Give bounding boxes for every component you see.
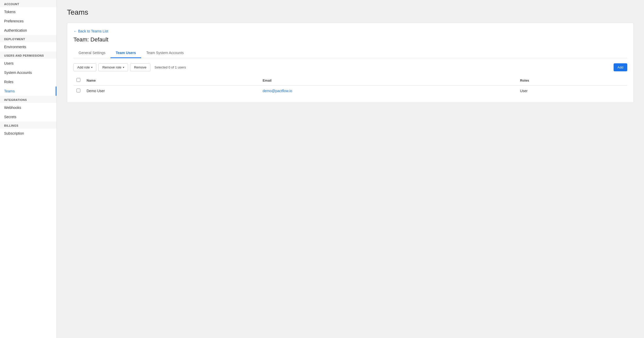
sidebar-item-secrets[interactable]: Secrets	[0, 112, 56, 122]
users-table: Name Email Roles Demo Userdemo@pactflow.…	[73, 75, 627, 96]
roles-column-header: Roles	[517, 75, 627, 85]
sidebar: ACCOUNTTokensPreferencesAuthenticationDE…	[0, 0, 57, 338]
user-roles-cell: User	[517, 85, 627, 97]
sidebar-item-roles[interactable]: Roles	[0, 77, 56, 86]
sidebar-item-system-accounts[interactable]: System Accounts	[0, 68, 56, 77]
selected-count: Selected 0 of 1 users	[155, 65, 186, 69]
sidebar-item-subscription[interactable]: Subscription	[0, 129, 56, 138]
chevron-down-icon-2: ▾	[123, 66, 124, 69]
table-body: Demo Userdemo@pactflow.ioUser	[73, 85, 627, 97]
user-email-cell[interactable]: demo@pactflow.io	[259, 85, 517, 97]
sidebar-section-users-and-permissions: USERS AND PERMISSIONS	[0, 51, 56, 59]
select-all-checkbox[interactable]	[77, 78, 80, 82]
main-content: Teams ← Back to Teams List Team: Default…	[57, 0, 644, 338]
sidebar-section-billings: BILLINGS	[0, 122, 56, 129]
remove-role-label: Remove role	[102, 65, 121, 69]
table-header-row: Name Email Roles	[73, 75, 627, 85]
add-role-label: Add role	[77, 65, 90, 69]
team-card: ← Back to Teams List Team: Default Gener…	[67, 23, 634, 103]
add-button[interactable]: Add	[614, 63, 627, 71]
sidebar-section-account: ACCOUNT	[0, 0, 56, 7]
sidebar-item-teams[interactable]: Teams	[0, 86, 56, 96]
tab-bar: General SettingsTeam UsersTeam System Ac…	[73, 48, 627, 58]
email-link[interactable]: demo@pactflow.io	[262, 89, 292, 93]
name-column-header: Name	[83, 75, 259, 85]
table-row: Demo Userdemo@pactflow.ioUser	[73, 85, 627, 97]
page-title: Teams	[67, 8, 634, 16]
tab-general-settings[interactable]: General Settings	[73, 48, 111, 58]
add-role-button[interactable]: Add role ▾	[73, 63, 96, 71]
user-name-cell: Demo User	[83, 85, 259, 97]
sidebar-item-authentication[interactable]: Authentication	[0, 26, 56, 35]
remove-button[interactable]: Remove	[130, 63, 150, 71]
sidebar-section-deployment: DEPLOYMENT	[0, 35, 56, 42]
sidebar-item-preferences[interactable]: Preferences	[0, 16, 56, 26]
sidebar-item-users[interactable]: Users	[0, 59, 56, 68]
sidebar-item-environments[interactable]: Environments	[0, 42, 56, 51]
tab-team-users[interactable]: Team Users	[111, 48, 141, 58]
row-checkbox[interactable]	[77, 89, 80, 92]
select-all-checkbox-header	[73, 75, 83, 85]
remove-role-button[interactable]: Remove role ▾	[98, 63, 128, 71]
email-column-header: Email	[259, 75, 517, 85]
team-name-heading: Team: Default	[73, 36, 627, 43]
chevron-down-icon: ▾	[91, 66, 92, 69]
sidebar-section-integrations: INTEGRATIONS	[0, 96, 56, 103]
tab-team-system-accounts[interactable]: Team System Accounts	[141, 48, 189, 58]
back-to-teams-link[interactable]: ← Back to Teams List	[73, 29, 108, 33]
table-toolbar: Add role ▾ Remove role ▾ Remove Selected…	[73, 63, 627, 71]
sidebar-item-tokens[interactable]: Tokens	[0, 7, 56, 16]
sidebar-item-webhooks[interactable]: Webhooks	[0, 103, 56, 112]
